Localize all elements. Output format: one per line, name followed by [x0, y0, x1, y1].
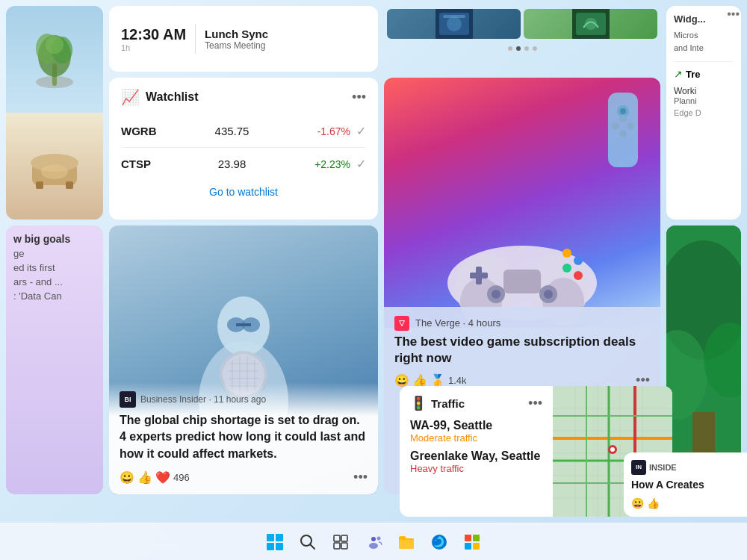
win-q4	[276, 543, 283, 550]
search-button[interactable]	[294, 529, 321, 556]
svg-point-25	[574, 271, 583, 280]
stock-price-1: 435.75	[166, 125, 298, 137]
chip-reaction-2: 👍	[137, 470, 152, 485]
taskbar	[0, 523, 747, 560]
watchlist-more-button[interactable]: •••	[352, 90, 366, 105]
svg-point-39	[627, 122, 634, 130]
stock-change-1: -1.67%	[298, 125, 350, 137]
svg-point-24	[562, 264, 571, 273]
svg-rect-90	[399, 540, 414, 549]
right-info-widget: Widg... Micros and Inte ↗ Tre Worki Plan…	[666, 6, 741, 220]
bi-logo: BI	[120, 391, 136, 408]
watchlist-widget: 📈 Watchlist ••• WGRB 435.75 -1.67% ✓ CTS…	[109, 78, 378, 220]
chip-reaction-row: 😀 👍 ❤️ 496 •••	[120, 470, 368, 485]
svg-rect-8	[36, 181, 43, 189]
stock-row-2: CTSP 23.98 +2.23% ✓	[121, 151, 366, 177]
svg-point-87	[371, 537, 376, 541]
chip-more-button[interactable]: •••	[353, 470, 368, 485]
go-to-watchlist-link[interactable]: Go to watchlist	[121, 180, 366, 204]
traffic-location-1-name: WA-99, Seattle	[410, 419, 542, 432]
trend-label: Tre	[686, 69, 701, 80]
chip-reaction-1: 😀	[120, 470, 134, 485]
traffic-info-panel: 🚦 Traffic ••• WA-99, Seattle Moderate tr…	[400, 386, 553, 517]
svg-point-89	[377, 536, 381, 540]
calendar-event-detail: Teams Meeting	[205, 40, 268, 51]
edge-button[interactable]	[426, 529, 453, 556]
calendar-duration: 1h	[121, 43, 186, 52]
svg-line-82	[310, 544, 314, 549]
ms-store-button[interactable]	[459, 529, 486, 556]
svg-point-36	[620, 108, 626, 114]
svg-point-80	[610, 447, 615, 452]
gaming-reaction-count: 1.4k	[448, 375, 467, 386]
inside-reactions: 😀 👍	[631, 497, 740, 509]
inside-widget: IN INSIDE How A Creates 😀 👍	[624, 452, 747, 517]
trend-up-icon: ↗	[674, 68, 683, 80]
traffic-status-2: Heavy traffic	[410, 463, 542, 474]
left-text-3: ed its first	[13, 262, 96, 273]
edge-label: Edge D	[674, 108, 734, 117]
stock-check-1: ✓	[356, 124, 366, 138]
watchlist-title: Watchlist	[146, 90, 199, 104]
file-explorer-button[interactable]	[393, 529, 420, 556]
game-thumb-2	[572, 9, 610, 39]
dot-indicators	[384, 42, 660, 55]
inside-header: IN INSIDE	[631, 460, 740, 475]
svg-point-26	[574, 256, 583, 265]
stock-divider	[121, 147, 366, 148]
verge-logo: ▽	[394, 316, 409, 331]
windows-logo	[267, 534, 283, 550]
left-partial-widget: ••• w big goals ge ed its first ars - an…	[6, 225, 103, 494]
bi-source-badge: BI Business Insider · 11 hours ago	[120, 391, 266, 408]
svg-rect-84	[341, 535, 347, 541]
left-text-5: : 'Data Can	[13, 290, 96, 302]
desktop-widget-panel: 12:30 AM 1h Lunch Sync Teams Meeting	[0, 0, 747, 560]
calendar-time-block: 12:30 AM 1h	[121, 26, 186, 52]
working-label: Worki	[674, 86, 734, 96]
traffic-more-button[interactable]: •••	[528, 396, 542, 411]
photo-1	[387, 9, 521, 39]
calendar-widget[interactable]: 12:30 AM 1h Lunch Sync Teams Meeting	[109, 6, 378, 72]
svg-point-10	[41, 164, 68, 179]
gaming-source-name: The Verge · 4 hours	[415, 317, 500, 329]
svg-rect-33	[470, 273, 488, 279]
win-q2	[276, 534, 283, 541]
furniture-illustration	[25, 140, 84, 193]
stock-price-2: 23.98	[166, 158, 298, 170]
windows-start-button[interactable]	[261, 529, 288, 556]
svg-rect-9	[66, 181, 73, 189]
svg-rect-83	[334, 535, 340, 541]
file-explorer-icon	[397, 533, 415, 551]
ms-store-icon	[463, 533, 481, 551]
svg-rect-94	[465, 543, 471, 550]
gaming-image	[384, 78, 660, 328]
teams-button[interactable]	[360, 529, 387, 556]
gaming-article-title: The best video game subscription deals r…	[394, 334, 650, 367]
svg-point-13	[447, 16, 462, 31]
svg-point-31	[544, 290, 553, 299]
svg-point-40	[619, 115, 627, 122]
inside-reaction-1: 😀	[631, 497, 644, 509]
right-widget-trend: ↗ Tre Worki Planni Edge D	[674, 61, 734, 117]
svg-rect-23	[503, 270, 541, 293]
chip-article-title: The global chip shortage is set to drag …	[120, 412, 368, 462]
svg-point-88	[369, 543, 378, 549]
stock-check-2: ✓	[356, 157, 366, 171]
svg-point-38	[619, 130, 627, 137]
svg-rect-95	[473, 543, 480, 550]
win-q3	[267, 543, 274, 550]
planning-label: Planni	[674, 96, 734, 105]
bi-source-text: Business Insider · 11 hours ago	[140, 394, 266, 405]
task-view-button[interactable]	[327, 529, 354, 556]
traffic-title-row: 🚦 Traffic	[410, 395, 465, 411]
calendar-event: Lunch Sync Teams Meeting	[205, 28, 268, 51]
watchlist-title-row: 📈 Watchlist	[121, 88, 199, 106]
dot-4	[533, 46, 537, 51]
photo-2	[524, 9, 657, 39]
calendar-divider	[195, 24, 196, 54]
switch-controller	[601, 85, 645, 175]
gaming-source-row: ▽ The Verge · 4 hours	[394, 316, 650, 331]
watchlist-icon: 📈	[121, 88, 140, 106]
svg-point-29	[492, 290, 500, 299]
chip-reaction-count: 496	[173, 472, 190, 483]
